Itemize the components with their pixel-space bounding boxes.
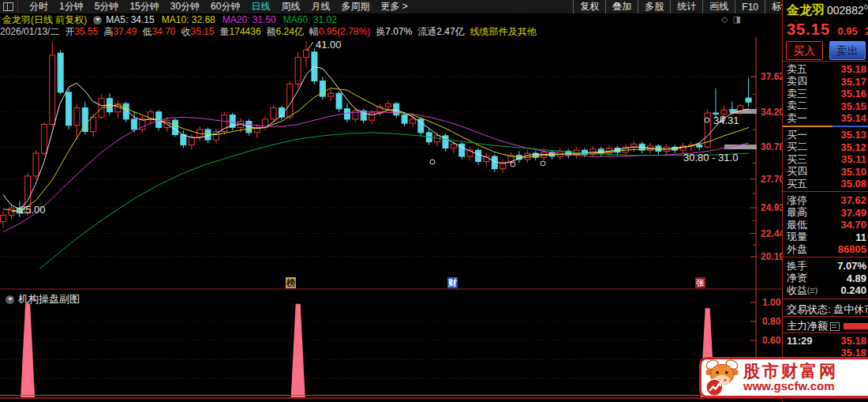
main-force-label: 主力净额 <box>787 319 828 333</box>
buy-level-row[interactable]: 买三35.11 <box>783 153 868 165</box>
level-label: 卖一 <box>787 111 807 126</box>
logo-site-url: www.gscfw.com <box>743 380 838 393</box>
buy-level-row[interactable]: 买二35.12 <box>783 141 868 153</box>
main-force-row: 主力净额 <box>787 319 868 333</box>
event-marker-榜[interactable]: 榜 <box>286 277 296 288</box>
stock-title: 金龙羽00288200 <box>787 2 868 19</box>
stock-code: 002882 <box>827 4 864 17</box>
candle <box>172 120 178 134</box>
chart-annotation: ←25.00 <box>9 204 46 216</box>
candle <box>181 135 186 145</box>
ma-line-ma60 <box>39 133 749 269</box>
candle <box>344 109 350 119</box>
candle <box>746 98 751 102</box>
candle <box>492 156 497 169</box>
level-value: 0.240 <box>840 284 866 296</box>
sell-button[interactable]: 卖出 <box>829 41 866 60</box>
level-value: 11 <box>855 231 866 243</box>
ma-line-ma5 <box>3 66 749 209</box>
candle <box>729 110 735 111</box>
tick-row: 11:2935.18 <box>783 335 868 347</box>
sub-axis-label: 0.60 <box>762 335 781 346</box>
bull-icon <box>704 359 740 396</box>
main-chart: 37.6234.2030.7827.7024.9322.4420.191.000… <box>0 0 782 402</box>
buy-level-row[interactable]: 买一35.13 <box>783 129 868 141</box>
y-axis-label: 24.93 <box>761 202 782 213</box>
subchart-title: 机构操盘副图 <box>18 292 80 306</box>
event-marker-财[interactable]: 财 <box>447 277 458 288</box>
level-value: 35.08 <box>840 178 866 190</box>
stat-row[interactable]: 现量11 <box>783 231 868 243</box>
last-price: 35.15 <box>787 21 830 38</box>
stat-row[interactable]: 外盘86805 <box>783 243 868 255</box>
sell-level-row[interactable]: 卖五35.18 <box>783 63 868 75</box>
watermark-logo[interactable]: 股市财富网 www.gscfw.com <box>699 357 868 398</box>
level-value: 7.07% <box>837 260 866 272</box>
candle <box>132 119 137 130</box>
candle <box>1 216 6 222</box>
chevron-down-icon[interactable] <box>6 295 14 304</box>
y-axis-label: 34.20 <box>761 107 782 118</box>
list-icon[interactable] <box>830 322 840 331</box>
chart-annotation: 34.31 <box>713 115 739 126</box>
chart-annotation: 41.00 <box>316 39 342 51</box>
level-value: 35.11 <box>841 153 866 165</box>
price-row: 35.15 0.95 2.78% <box>787 21 868 39</box>
quote-panel: 金龙羽00288200 35.15 0.95 2.78% 买入 卖出 卖五35.… <box>782 0 868 402</box>
stat-row[interactable]: 换手7.07% <box>783 260 868 272</box>
candle <box>41 124 47 153</box>
level-value: 4.89 <box>847 272 866 284</box>
y-axis-label: 37.62 <box>761 71 782 82</box>
stat-row[interactable]: 涨停37.62 <box>783 194 868 206</box>
sell-level-row[interactable]: 卖四35.17 <box>783 76 868 88</box>
panel-separator <box>783 299 868 299</box>
candle <box>328 93 334 96</box>
stat-row[interactable]: 最高37.49 <box>783 207 868 219</box>
sell-level-row[interactable]: 卖二35.15 <box>783 100 868 112</box>
tick-price: 35.18 <box>840 335 866 347</box>
candle <box>631 144 637 147</box>
trading-app-window: 分时1分钟5分钟15分钟30分钟60分钟日线周线月线多周期更多 > 复权叠加多股… <box>0 0 868 402</box>
level-value: 37.62 <box>840 194 866 206</box>
buy-level-row[interactable]: 买五35.08 <box>783 178 868 190</box>
stock-code-flag: 00 <box>864 3 868 11</box>
level-value: 35.16 <box>840 88 866 100</box>
event-marker-张[interactable]: 张 <box>695 277 705 288</box>
level-label: 收益㈢ <box>787 284 817 298</box>
level-value: 35.10 <box>840 166 866 178</box>
sell-level-row[interactable]: 卖一35.14 <box>783 112 868 124</box>
sell-level-row[interactable]: 卖三35.16 <box>783 88 868 100</box>
level-value: 35.15 <box>840 100 866 112</box>
logo-site-name: 股市财富网 <box>743 363 838 380</box>
buy-button[interactable]: 买入 <box>786 41 823 60</box>
candle <box>541 152 547 158</box>
level-label: 买五 <box>787 177 807 191</box>
candle <box>33 153 39 176</box>
indicator-spike <box>21 303 35 397</box>
candle <box>697 145 702 148</box>
candle <box>74 108 80 126</box>
ma-line-ma20 <box>3 112 749 232</box>
candle <box>476 150 481 161</box>
candle <box>66 92 72 126</box>
indicator-spike <box>291 304 305 397</box>
candle <box>451 144 456 148</box>
stat-row[interactable]: 最低34.70 <box>783 219 868 231</box>
candle <box>369 113 375 120</box>
candle <box>295 57 301 84</box>
stat-row[interactable]: 净资4.89 <box>783 272 868 284</box>
sub-axis-label: 1.00 <box>762 297 781 308</box>
buy-level-row[interactable]: 买四35.10 <box>783 166 868 178</box>
tick-time: 11:29 <box>787 335 813 347</box>
level-value: 35.13 <box>840 129 866 141</box>
y-axis-label: 22.44 <box>761 228 782 239</box>
logo-text: 股市财富网 www.gscfw.com <box>743 363 838 393</box>
candle <box>91 117 96 131</box>
level-value: 35.14 <box>840 112 866 124</box>
sub-axis-label: 0.80 <box>762 316 781 327</box>
main-force-bar <box>844 323 868 329</box>
level-value: 35.17 <box>840 76 866 88</box>
price-percent: 2.78% <box>865 25 868 37</box>
trade-status: 交易状态: 盘中休市 <box>787 302 868 317</box>
stat-row[interactable]: 收益㈢0.240 <box>783 284 868 296</box>
